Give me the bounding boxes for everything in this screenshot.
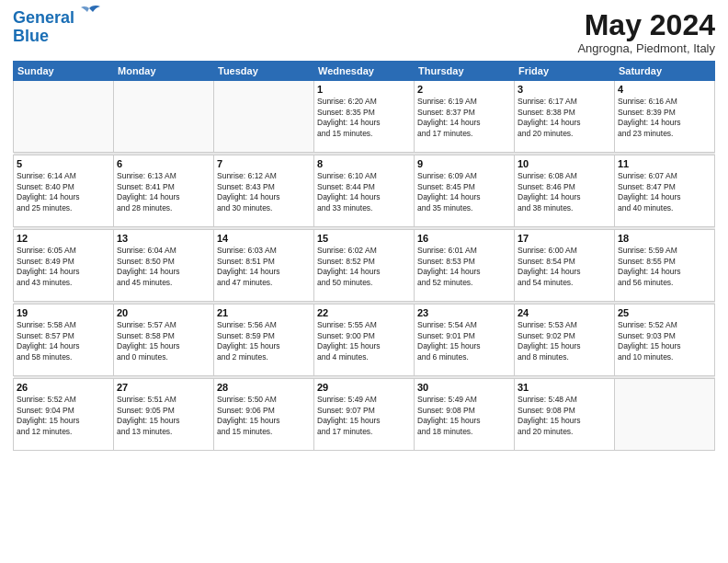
day-number: 23	[417, 307, 511, 318]
cell-w0-d1	[114, 81, 214, 153]
cell-w0-d5: 3Sunrise: 6:17 AMSunset: 8:38 PMDaylight…	[515, 81, 615, 153]
day-number: 7	[217, 158, 311, 169]
col-tuesday: Tuesday	[214, 62, 314, 81]
col-saturday: Saturday	[615, 62, 715, 81]
day-info: Sunrise: 5:52 AMSunset: 9:04 PMDaylight:…	[17, 395, 110, 437]
cell-w1-d6: 11Sunrise: 6:07 AMSunset: 8:47 PMDayligh…	[615, 155, 715, 227]
cell-w2-d5: 17Sunrise: 6:00 AMSunset: 8:54 PMDayligh…	[515, 230, 615, 302]
day-info: Sunrise: 6:20 AMSunset: 8:35 PMDaylight:…	[317, 97, 411, 139]
day-info: Sunrise: 5:48 AMSunset: 9:08 PMDaylight:…	[518, 395, 611, 437]
location-subtitle: Angrogna, Piedmont, Italy	[577, 41, 715, 55]
day-info: Sunrise: 6:14 AMSunset: 8:40 PMDaylight:…	[17, 171, 110, 213]
header-row: Sunday Monday Tuesday Wednesday Thursday…	[14, 62, 715, 81]
day-number: 8	[317, 158, 411, 169]
logo-general: General	[13, 8, 74, 27]
cell-w3-d1: 20Sunrise: 5:57 AMSunset: 8:58 PMDayligh…	[114, 304, 214, 376]
logo-text: General Blue	[13, 9, 74, 46]
col-sunday: Sunday	[14, 62, 114, 81]
day-info: Sunrise: 6:01 AMSunset: 8:53 PMDaylight:…	[417, 246, 511, 288]
cell-w4-d6	[615, 379, 715, 451]
day-number: 29	[317, 382, 411, 393]
day-number: 26	[17, 382, 110, 393]
cell-w0-d3: 1Sunrise: 6:20 AMSunset: 8:35 PMDaylight…	[314, 81, 415, 153]
day-info: Sunrise: 6:02 AMSunset: 8:52 PMDaylight:…	[317, 246, 411, 288]
cell-w4-d3: 29Sunrise: 5:49 AMSunset: 9:07 PMDayligh…	[314, 379, 415, 451]
day-number: 27	[117, 382, 210, 393]
day-number: 20	[117, 307, 210, 318]
day-number: 21	[217, 307, 311, 318]
day-info: Sunrise: 6:17 AMSunset: 8:38 PMDaylight:…	[518, 97, 611, 139]
cell-w3-d0: 19Sunrise: 5:58 AMSunset: 8:57 PMDayligh…	[14, 304, 114, 376]
day-number: 13	[117, 233, 210, 244]
cell-w3-d5: 24Sunrise: 5:53 AMSunset: 9:02 PMDayligh…	[515, 304, 615, 376]
day-info: Sunrise: 5:49 AMSunset: 9:08 PMDaylight:…	[417, 395, 511, 437]
day-info: Sunrise: 5:57 AMSunset: 8:58 PMDaylight:…	[117, 320, 210, 362]
day-number: 22	[317, 307, 411, 318]
day-info: Sunrise: 6:00 AMSunset: 8:54 PMDaylight:…	[518, 246, 611, 288]
header: General Blue May 2024 Angrogna, Piedmont…	[13, 9, 715, 55]
day-info: Sunrise: 5:56 AMSunset: 8:59 PMDaylight:…	[217, 320, 311, 362]
month-title: May 2024	[577, 9, 715, 41]
day-info: Sunrise: 6:07 AMSunset: 8:47 PMDaylight:…	[618, 171, 711, 213]
day-info: Sunrise: 6:13 AMSunset: 8:41 PMDaylight:…	[117, 171, 210, 213]
day-number: 1	[317, 84, 411, 95]
day-info: Sunrise: 6:04 AMSunset: 8:50 PMDaylight:…	[117, 246, 210, 288]
calendar-table: Sunday Monday Tuesday Wednesday Thursday…	[13, 61, 715, 451]
day-number: 12	[17, 233, 110, 244]
cell-w4-d5: 31Sunrise: 5:48 AMSunset: 9:08 PMDayligh…	[515, 379, 615, 451]
day-number: 10	[518, 158, 611, 169]
cell-w0-d4: 2Sunrise: 6:19 AMSunset: 8:37 PMDaylight…	[415, 81, 515, 153]
day-number: 24	[518, 307, 611, 318]
day-info: Sunrise: 6:16 AMSunset: 8:39 PMDaylight:…	[618, 97, 711, 139]
cell-w4-d2: 28Sunrise: 5:50 AMSunset: 9:06 PMDayligh…	[214, 379, 314, 451]
cell-w2-d6: 18Sunrise: 5:59 AMSunset: 8:55 PMDayligh…	[615, 230, 715, 302]
title-block: May 2024 Angrogna, Piedmont, Italy	[577, 9, 715, 55]
day-number: 14	[217, 233, 311, 244]
logo-bird-icon	[76, 5, 102, 25]
day-number: 16	[417, 233, 511, 244]
week-row-4: 26Sunrise: 5:52 AMSunset: 9:04 PMDayligh…	[14, 379, 715, 451]
cell-w3-d4: 23Sunrise: 5:54 AMSunset: 9:01 PMDayligh…	[415, 304, 515, 376]
day-number: 11	[618, 158, 711, 169]
week-row-1: 5Sunrise: 6:14 AMSunset: 8:40 PMDaylight…	[14, 155, 715, 227]
day-info: Sunrise: 6:03 AMSunset: 8:51 PMDaylight:…	[217, 246, 311, 288]
day-info: Sunrise: 5:51 AMSunset: 9:05 PMDaylight:…	[117, 395, 210, 437]
day-number: 5	[17, 158, 110, 169]
cell-w2-d0: 12Sunrise: 6:05 AMSunset: 8:49 PMDayligh…	[14, 230, 114, 302]
col-friday: Friday	[515, 62, 615, 81]
cell-w4-d1: 27Sunrise: 5:51 AMSunset: 9:05 PMDayligh…	[114, 379, 214, 451]
cell-w1-d4: 9Sunrise: 6:09 AMSunset: 8:45 PMDaylight…	[415, 155, 515, 227]
day-number: 17	[518, 233, 611, 244]
day-info: Sunrise: 6:12 AMSunset: 8:43 PMDaylight:…	[217, 171, 311, 213]
day-info: Sunrise: 5:53 AMSunset: 9:02 PMDaylight:…	[518, 320, 611, 362]
page: General Blue May 2024 Angrogna, Piedmont…	[0, 0, 728, 563]
cell-w0-d2	[214, 81, 314, 153]
week-row-2: 12Sunrise: 6:05 AMSunset: 8:49 PMDayligh…	[14, 230, 715, 302]
day-info: Sunrise: 5:52 AMSunset: 9:03 PMDaylight:…	[618, 320, 711, 362]
col-wednesday: Wednesday	[314, 62, 415, 81]
day-number: 18	[618, 233, 711, 244]
day-info: Sunrise: 6:09 AMSunset: 8:45 PMDaylight:…	[417, 171, 511, 213]
cell-w0-d6: 4Sunrise: 6:16 AMSunset: 8:39 PMDaylight…	[615, 81, 715, 153]
cell-w3-d6: 25Sunrise: 5:52 AMSunset: 9:03 PMDayligh…	[615, 304, 715, 376]
cell-w2-d3: 15Sunrise: 6:02 AMSunset: 8:52 PMDayligh…	[314, 230, 415, 302]
cell-w4-d0: 26Sunrise: 5:52 AMSunset: 9:04 PMDayligh…	[14, 379, 114, 451]
cell-w4-d4: 30Sunrise: 5:49 AMSunset: 9:08 PMDayligh…	[415, 379, 515, 451]
day-info: Sunrise: 6:05 AMSunset: 8:49 PMDaylight:…	[17, 246, 110, 288]
cell-w1-d1: 6Sunrise: 6:13 AMSunset: 8:41 PMDaylight…	[114, 155, 214, 227]
day-number: 2	[417, 84, 511, 95]
day-info: Sunrise: 5:50 AMSunset: 9:06 PMDaylight:…	[217, 395, 311, 437]
cell-w0-d0	[14, 81, 114, 153]
week-row-0: 1Sunrise: 6:20 AMSunset: 8:35 PMDaylight…	[14, 81, 715, 153]
cell-w1-d5: 10Sunrise: 6:08 AMSunset: 8:46 PMDayligh…	[515, 155, 615, 227]
day-info: Sunrise: 6:08 AMSunset: 8:46 PMDaylight:…	[518, 171, 611, 213]
cell-w2-d2: 14Sunrise: 6:03 AMSunset: 8:51 PMDayligh…	[214, 230, 314, 302]
logo: General Blue	[13, 9, 102, 46]
day-number: 4	[618, 84, 711, 95]
day-number: 28	[217, 382, 311, 393]
day-number: 30	[417, 382, 511, 393]
day-number: 31	[518, 382, 611, 393]
cell-w2-d1: 13Sunrise: 6:04 AMSunset: 8:50 PMDayligh…	[114, 230, 214, 302]
day-number: 25	[618, 307, 711, 318]
week-row-3: 19Sunrise: 5:58 AMSunset: 8:57 PMDayligh…	[14, 304, 715, 376]
